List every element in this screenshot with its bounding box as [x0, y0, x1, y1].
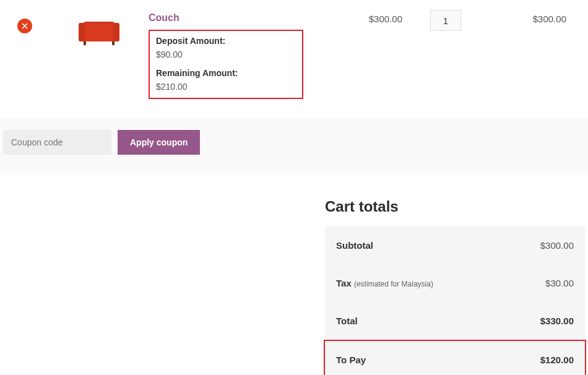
subtotal-row: Subtotal $300.00 — [325, 226, 585, 264]
payment-highlight-box: To Pay $120.00 Second Payment $210.00 — [324, 340, 586, 375]
total-label: Total — [336, 316, 358, 326]
subtotal-label: Subtotal — [336, 240, 373, 251]
to-pay-value: $120.00 — [540, 355, 574, 365]
thumbnail-column — [50, 6, 149, 46]
tax-value: $30.00 — [545, 278, 574, 288]
close-icon — [20, 22, 29, 30]
tax-sublabel: (estimated for Malaysia) — [354, 280, 433, 288]
deposit-amount-value: $90.00 — [156, 50, 296, 59]
product-name-link[interactable]: Couch — [149, 12, 303, 24]
tax-label: Tax (estimated for Malaysia) — [336, 278, 433, 288]
tax-row: Tax (estimated for Malaysia) $30.00 — [325, 264, 585, 302]
deposit-highlight-box: Deposit Amount: $90.00 Remaining Amount:… — [149, 30, 303, 99]
total-row: Total $330.00 — [325, 302, 585, 340]
unit-price: $300.00 — [303, 6, 402, 24]
remove-item-button[interactable] — [17, 19, 32, 33]
to-pay-label: To Pay — [336, 355, 366, 365]
cart-totals-section: Cart totals Subtotal $300.00 Tax (estima… — [0, 198, 588, 375]
quantity-column — [402, 6, 489, 31]
coupon-code-input[interactable] — [3, 130, 111, 155]
product-thumbnail[interactable] — [77, 12, 121, 46]
cart-totals-table: Subtotal $300.00 Tax (estimated for Mala… — [325, 226, 585, 375]
line-subtotal: $300.00 — [489, 6, 588, 24]
remove-column — [0, 6, 50, 33]
total-value: $330.00 — [540, 316, 574, 326]
cart-totals-title: Cart totals — [325, 198, 585, 215]
to-pay-row: To Pay $120.00 — [325, 341, 585, 375]
deposit-amount-label: Deposit Amount: — [156, 36, 296, 46]
apply-coupon-button[interactable]: Apply coupon — [118, 130, 200, 155]
coupon-section: Apply coupon — [0, 118, 588, 173]
remaining-amount-label: Remaining Amount: — [156, 68, 296, 78]
quantity-input[interactable] — [430, 10, 461, 31]
cart-item-row: Couch Deposit Amount: $90.00 Remaining A… — [0, 0, 588, 111]
details-column: Couch Deposit Amount: $90.00 Remaining A… — [149, 6, 303, 99]
remaining-amount-value: $210.00 — [156, 82, 296, 92]
subtotal-value: $300.00 — [540, 240, 574, 251]
